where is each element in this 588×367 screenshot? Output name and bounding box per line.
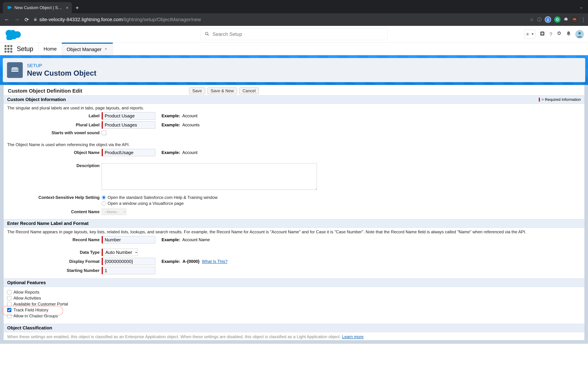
required-legend: = Required Information bbox=[539, 97, 581, 102]
content-name-label: Content Name bbox=[7, 209, 102, 214]
browser-tab[interactable]: New Custom Object | Salesforc × bbox=[3, 2, 72, 13]
object-name-label: Object Name bbox=[7, 150, 102, 155]
kebab-menu-icon[interactable]: ⋮ bbox=[581, 17, 585, 23]
reload-button[interactable]: ⟳ bbox=[23, 15, 30, 24]
main-form-panel: Custom Object Definition Edit Save Save … bbox=[3, 85, 585, 340]
section-title: Custom Object Information bbox=[7, 97, 66, 102]
what-is-this-link[interactable]: What Is This? bbox=[202, 259, 227, 264]
extensions-icon[interactable] bbox=[564, 17, 568, 23]
help-radio-standard[interactable] bbox=[102, 195, 106, 200]
plural-label-input[interactable] bbox=[103, 121, 155, 129]
close-tab-icon[interactable]: × bbox=[66, 5, 69, 10]
tab-title: New Custom Object | Salesforc bbox=[14, 5, 63, 10]
display-format-input[interactable] bbox=[103, 258, 155, 265]
bookmark-star-icon[interactable]: ☆ bbox=[529, 17, 534, 23]
app-name: Setup bbox=[16, 43, 39, 55]
browser-tab-strip: New Custom Object | Salesforc × + ⌄ bbox=[0, 0, 588, 13]
help-radio-vf[interactable] bbox=[102, 201, 106, 206]
allow-chatter-checkbox[interactable] bbox=[7, 314, 11, 318]
address-bar: ← → ⟳ site-velocity-84332.lightning.forc… bbox=[0, 13, 588, 26]
app-launcher-icon[interactable] bbox=[5, 45, 12, 53]
star-icon: ★ bbox=[526, 32, 529, 37]
form-heading: Custom Object Definition Edit bbox=[8, 88, 82, 94]
svg-point-1 bbox=[572, 17, 577, 22]
lock-icon bbox=[34, 17, 37, 22]
svg-point-0 bbox=[547, 18, 549, 20]
section-title: Enter Record Name Label and Format bbox=[7, 221, 88, 226]
svg-point-8 bbox=[578, 32, 581, 35]
nav-object-manager[interactable]: Object Manager bbox=[62, 43, 113, 55]
extension-icon-2[interactable]: G bbox=[554, 17, 561, 23]
search-icon bbox=[205, 32, 209, 37]
label-input[interactable] bbox=[103, 112, 155, 119]
svg-point-2 bbox=[573, 19, 574, 20]
bell-icon[interactable] bbox=[566, 31, 571, 37]
page-title: New Custom Object bbox=[27, 69, 96, 77]
record-name-input[interactable] bbox=[103, 236, 155, 243]
favorites-button[interactable]: ★ ▼ bbox=[524, 30, 535, 39]
search-input[interactable] bbox=[212, 32, 383, 37]
window-expand-icon[interactable]: ⌄ bbox=[579, 4, 583, 10]
save-button[interactable]: Save bbox=[189, 88, 205, 94]
save-new-button[interactable]: Save & New bbox=[207, 88, 237, 94]
back-button[interactable]: ← bbox=[3, 15, 11, 24]
content-name-select: --None-- bbox=[102, 209, 126, 215]
help-text: The singular and plural labels are used … bbox=[7, 106, 581, 110]
salesforce-favicon bbox=[7, 5, 12, 10]
nav-home[interactable]: Home bbox=[39, 43, 62, 55]
forward-button[interactable]: → bbox=[13, 15, 21, 24]
description-label: Description bbox=[7, 163, 102, 168]
object-name-input[interactable] bbox=[103, 149, 155, 156]
url-display[interactable]: site-velocity-84332.lightning.force.com/… bbox=[32, 17, 201, 22]
vowel-checkbox[interactable] bbox=[102, 131, 106, 135]
customer-portal-checkbox[interactable] bbox=[7, 302, 11, 306]
profile-avatar-icon[interactable] bbox=[571, 17, 578, 23]
label-label: Label bbox=[7, 113, 102, 118]
track-history-checkbox[interactable] bbox=[7, 308, 11, 312]
section-title: Optional Features bbox=[7, 280, 46, 285]
breadcrumb: SETUP bbox=[27, 63, 96, 68]
allow-activities-checkbox[interactable] bbox=[7, 296, 11, 300]
vowel-label: Starts with vowel sound bbox=[7, 130, 102, 135]
cutoff-text: When these settings are enabled, this ob… bbox=[7, 334, 341, 339]
section-title: Object Classification bbox=[7, 325, 52, 331]
plural-label-label: Plural Label bbox=[7, 123, 102, 127]
salesforce-logo-icon[interactable] bbox=[6, 28, 22, 40]
help-setting-label: Context-Sensitive Help Setting bbox=[7, 195, 102, 200]
salesforce-global-header: ★ ▼ ? bbox=[0, 26, 588, 43]
global-actions-icon[interactable] bbox=[539, 31, 545, 38]
data-type-label: Data Type bbox=[7, 250, 102, 255]
help-text: The Object Name is used when referencing… bbox=[7, 142, 581, 147]
url-path: /lightning/setup/ObjectManager/new bbox=[123, 17, 201, 22]
allow-reports-checkbox[interactable] bbox=[7, 290, 11, 294]
gear-icon[interactable] bbox=[556, 31, 562, 37]
starting-number-label: Starting Number bbox=[7, 268, 102, 273]
svg-point-3 bbox=[575, 19, 576, 20]
chevron-down-icon: ▼ bbox=[531, 32, 534, 36]
help-text: The Record Name appears in page layouts,… bbox=[7, 229, 581, 234]
data-type-select[interactable]: Auto Number bbox=[103, 249, 138, 256]
new-tab-button[interactable]: + bbox=[75, 4, 79, 11]
url-host: site-velocity-84332.lightning.force.com bbox=[39, 17, 123, 22]
starting-number-input[interactable] bbox=[103, 267, 155, 274]
app-nav-bar: Setup Home Object Manager bbox=[0, 43, 588, 55]
svg-line-5 bbox=[208, 34, 209, 36]
cancel-button[interactable]: Cancel bbox=[239, 88, 259, 94]
description-textarea[interactable] bbox=[102, 163, 317, 190]
user-avatar[interactable] bbox=[575, 30, 584, 38]
display-format-label: Display Format bbox=[7, 259, 102, 264]
record-name-label: Record Name bbox=[7, 237, 102, 242]
info-icon[interactable]: ⓘ bbox=[537, 17, 542, 23]
extension-icon-1[interactable] bbox=[545, 17, 551, 23]
learn-more-link[interactable]: Learn more bbox=[342, 334, 364, 339]
global-search[interactable] bbox=[200, 28, 388, 40]
svg-point-4 bbox=[205, 32, 208, 35]
page-header: SETUP New Custom Object bbox=[3, 58, 585, 82]
chevron-down-icon bbox=[102, 47, 108, 52]
required-bar-icon bbox=[539, 98, 540, 101]
custom-object-icon bbox=[7, 62, 23, 78]
help-icon[interactable]: ? bbox=[549, 31, 552, 37]
